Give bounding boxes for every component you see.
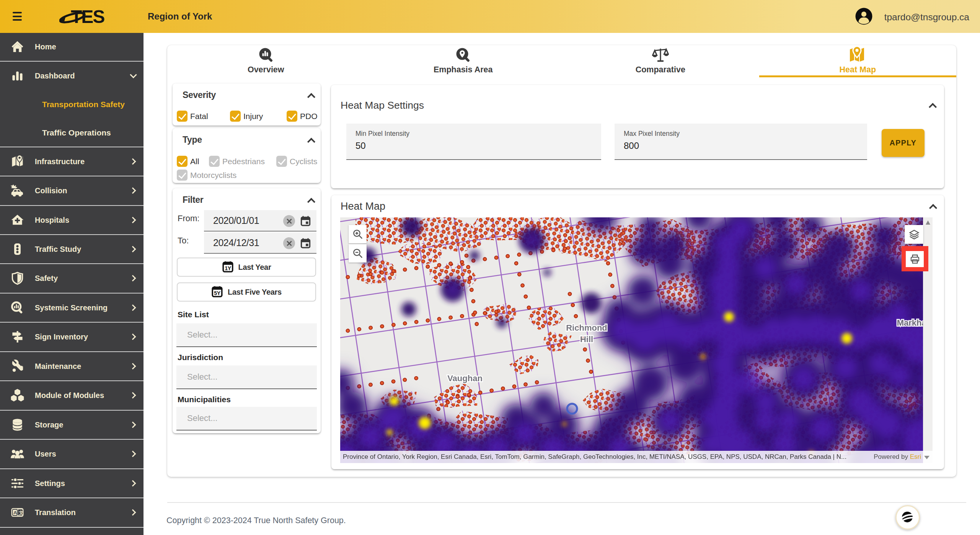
svg-text:Hill: Hill: [580, 334, 593, 344]
svg-text:A: A: [13, 510, 17, 515]
svg-text:Richmond: Richmond: [566, 323, 607, 333]
svg-text:5Y: 5Y: [214, 290, 221, 296]
svg-text:文: 文: [18, 510, 23, 515]
svg-text:1Y: 1Y: [225, 265, 232, 271]
svg-text:TES: TES: [71, 7, 104, 25]
svg-text:Vaughan: Vaughan: [447, 374, 483, 383]
